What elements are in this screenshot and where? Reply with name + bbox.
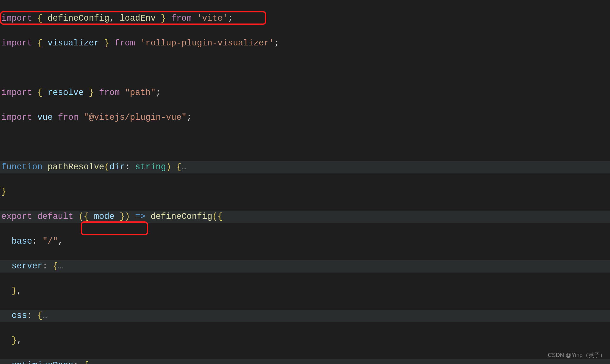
code-line: optimizeDeps: {… xyxy=(0,359,610,364)
fold-icon[interactable]: … xyxy=(58,261,63,271)
code-line: function pathResolve(dir: string) {… xyxy=(0,161,610,173)
code-editor[interactable]: import { defineConfig, loadEnv } from 'v… xyxy=(0,0,610,364)
fold-icon[interactable]: … xyxy=(89,361,94,364)
code-line: }, xyxy=(0,334,610,347)
code-line: }, xyxy=(0,285,610,297)
fold-icon[interactable]: … xyxy=(43,311,48,320)
code-line: import { resolve } from "path"; xyxy=(0,87,610,99)
code-line: import { defineConfig, loadEnv } from 'v… xyxy=(0,12,610,25)
code-line: css: {… xyxy=(0,310,610,322)
code-line xyxy=(0,62,610,74)
code-line xyxy=(0,136,610,149)
watermark: CSDN @Ying（英子） xyxy=(548,349,606,361)
code-line: server: {… xyxy=(0,260,610,273)
code-line: base: "/", xyxy=(0,235,610,248)
code-line: import { visualizer } from 'rollup-plugi… xyxy=(0,37,610,50)
code-line: export default ({ mode }) => defineConfi… xyxy=(0,211,610,223)
code-line: } xyxy=(0,186,610,198)
code-line: import vue from "@vitejs/plugin-vue"; xyxy=(0,111,610,124)
fold-icon[interactable]: … xyxy=(181,162,186,172)
